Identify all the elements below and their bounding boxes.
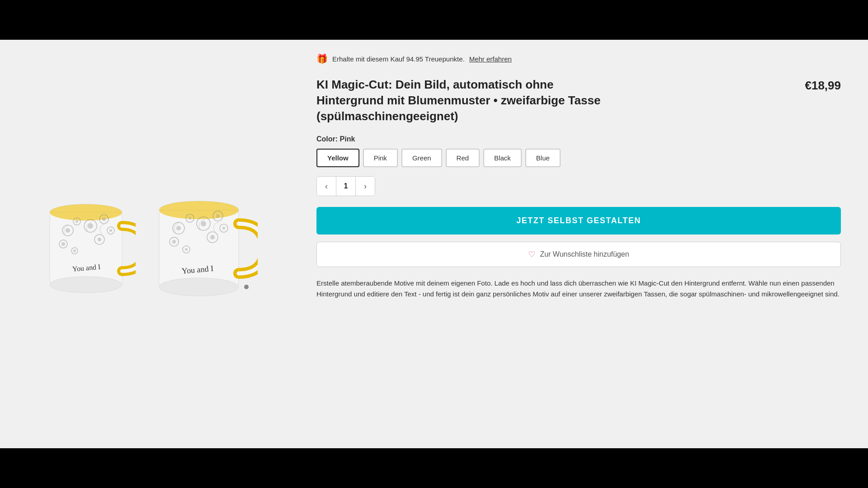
- svg-point-17: [98, 238, 101, 241]
- svg-point-24: [159, 201, 239, 219]
- svg-point-26: [176, 226, 181, 230]
- quantity-decrease-button[interactable]: ‹: [317, 177, 336, 196]
- quantity-section: ‹ 1 ›: [316, 176, 841, 196]
- color-option-pink[interactable]: Pink: [363, 149, 398, 167]
- title-price-row: KI Magic-Cut: Dein Bild, automatisch ohn…: [316, 77, 841, 124]
- color-option-red[interactable]: Red: [446, 149, 480, 167]
- svg-rect-1: [50, 212, 122, 285]
- quantity-increase-button[interactable]: ›: [356, 177, 375, 196]
- top-bar: [0, 0, 868, 40]
- heart-icon: ♡: [528, 249, 535, 259]
- wishlist-button[interactable]: ♡ Zur Wunschliste hinzufügen: [316, 242, 841, 267]
- svg-point-9: [88, 223, 93, 229]
- color-option-blue[interactable]: Blue: [525, 149, 561, 167]
- svg-point-30: [201, 221, 206, 226]
- mug-image-2: You and I: [149, 181, 258, 307]
- selected-color-value: Pink: [340, 135, 355, 143]
- mugs-container: You and I: [41, 181, 258, 307]
- svg-point-13: [61, 242, 65, 246]
- svg-point-40: [222, 227, 225, 230]
- wishlist-button-label: Zur Wunschliste hinzufügen: [540, 250, 629, 258]
- product-title: KI Magic-Cut: Dein Bild, automatisch ohn…: [316, 77, 624, 124]
- svg-point-34: [172, 240, 176, 244]
- loyalty-text: Erhalte mit diesem Kauf 94.95 Treuepunkt…: [332, 55, 465, 63]
- svg-point-7: [75, 220, 78, 223]
- svg-rect-22: [159, 210, 239, 287]
- bottom-bar: [0, 448, 868, 488]
- svg-point-15: [73, 249, 76, 252]
- color-section: Color: Pink YellowPinkGreenRedBlackBlue: [316, 135, 841, 167]
- svg-point-3: [50, 204, 122, 221]
- svg-point-23: [159, 278, 239, 296]
- svg-point-11: [102, 217, 106, 221]
- color-option-yellow[interactable]: Yellow: [316, 149, 359, 167]
- svg-point-36: [185, 248, 188, 251]
- color-label-text: Color:: [316, 135, 338, 143]
- svg-point-5: [66, 228, 70, 233]
- color-option-green[interactable]: Green: [401, 149, 442, 167]
- main-content: You and I: [0, 40, 868, 448]
- mug-image-1: You and I: [41, 185, 136, 303]
- image-dot-indicator: [244, 285, 249, 289]
- product-details-section: 🎁 Erhalte mit diesem Kauf 94.95 Treuepun…: [298, 40, 868, 448]
- svg-point-28: [189, 217, 191, 220]
- svg-point-32: [216, 214, 220, 218]
- quantity-value: 1: [336, 177, 356, 196]
- gift-icon: 🎁: [316, 53, 328, 64]
- svg-point-19: [109, 229, 112, 232]
- loyalty-link[interactable]: Mehr erfahren: [469, 55, 512, 63]
- product-images-section: You and I: [0, 40, 298, 448]
- product-description: Erstelle atemberaubende Motive mit deine…: [316, 278, 841, 300]
- color-buttons: YellowPinkGreenRedBlackBlue: [316, 149, 841, 167]
- customize-button[interactable]: JETZT SELBST GESTALTEN: [316, 207, 841, 235]
- svg-point-38: [210, 235, 215, 239]
- color-option-black[interactable]: Black: [483, 149, 522, 167]
- color-label: Color: Pink: [316, 135, 841, 143]
- product-price: €18,99: [805, 77, 841, 93]
- quantity-stepper: ‹ 1 ›: [316, 176, 375, 196]
- loyalty-banner: 🎁 Erhalte mit diesem Kauf 94.95 Treuepun…: [316, 53, 841, 64]
- svg-point-2: [50, 277, 122, 293]
